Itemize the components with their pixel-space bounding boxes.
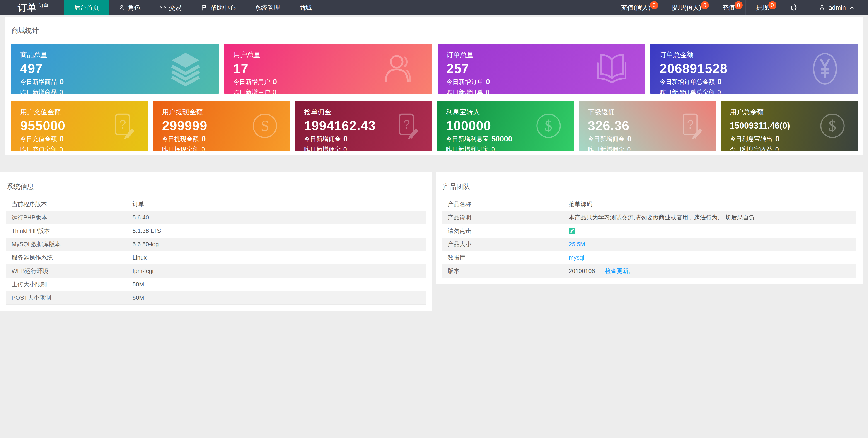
action-recharge[interactable]: 充值 0	[712, 0, 745, 16]
stat-line-label: 昨日充值金额	[20, 145, 57, 151]
rocket-icon[interactable]	[569, 228, 575, 234]
brand-title: 订单	[18, 2, 37, 14]
nav-tab-help[interactable]: 帮助中心	[191, 0, 245, 16]
row-label: 产品大小	[442, 240, 569, 248]
stat-card-users-total: 用户总量 17 今日新增用户0 昨日新增用户0	[224, 43, 432, 94]
action-withdraw-fake[interactable]: 提现(假人) 0	[661, 0, 712, 16]
stat-line-label: 昨日新增佣金	[304, 145, 341, 151]
svg-text:?: ?	[687, 117, 694, 131]
person-icon	[118, 4, 125, 11]
scales-icon	[159, 4, 166, 11]
stat-yesterday-line: 昨日新增佣金0	[304, 145, 432, 151]
row-value: 5.1.38 LTS	[132, 227, 161, 234]
dollar-circle-icon: $	[818, 112, 846, 140]
stat-line-label: 昨日新增用户	[234, 88, 270, 94]
panel-title: 产品团队	[436, 172, 863, 197]
flag-icon	[201, 4, 208, 11]
system-info-panel: 系统信息 当前程序版本订单 运行PHP版本5.6.40 ThinkPHP版本5.…	[0, 172, 432, 311]
nav-tab-mall[interactable]: 商城	[289, 0, 321, 16]
table-row: MySQL数据库版本5.6.50-log	[6, 238, 426, 251]
nav-tab-system[interactable]: 系统管理	[245, 0, 289, 16]
row-label: WEB运行环境	[6, 267, 132, 275]
stat-line-label: 昨日新增订单	[446, 88, 483, 94]
stat-line-label: 今日新增利息宝	[446, 135, 489, 143]
refresh-button[interactable]	[779, 0, 808, 16]
layers-icon	[168, 52, 203, 86]
table-row: 当前程序版本订单	[6, 198, 426, 211]
row-label: 上传大小限制	[6, 281, 132, 288]
stat-card-commission: 抢单佣金 1994162.43 今日新增佣金0 昨日新增佣金0 ?	[295, 101, 432, 151]
row-label: 数据库	[442, 254, 569, 262]
database-link[interactable]: mysql	[569, 254, 584, 261]
refresh-icon	[790, 4, 798, 11]
table-row: 服务器操作系统Linux	[6, 251, 426, 264]
stat-line-label: 昨日新增佣金	[588, 145, 624, 151]
stat-yesterday-line: 昨日充值金额0	[20, 145, 148, 151]
stat-line-value: 0	[486, 89, 489, 94]
stat-card-user-balance: 用户总余额 15009311.46(0) 今日利息宝转出0 今日利息宝收益0 $	[721, 101, 858, 151]
stat-line-value: 0	[202, 135, 206, 143]
nav-tab-roles[interactable]: 角色	[109, 0, 150, 16]
stat-line-label: 今日新增商品	[20, 78, 57, 86]
stats-row-2: 用户充值金额 955000 今日充值金额0 昨日充值金额0 ? 用户提现金额 2…	[11, 101, 858, 151]
row-label: 服务器操作系统	[6, 254, 132, 262]
nav-tab-home[interactable]: 后台首页	[64, 0, 109, 16]
badge-count: 0	[768, 1, 776, 9]
dollar-circle-icon: $	[535, 112, 562, 140]
yen-circle-icon	[808, 52, 842, 86]
stat-line-value: 0	[60, 89, 63, 94]
stat-card-withdraw: 用户提现金额 299999 今日提现金额0 昨日提现金额0 $	[153, 101, 290, 151]
book-icon	[594, 52, 629, 86]
system-info-table: 当前程序版本订单 运行PHP版本5.6.40 ThinkPHP版本5.1.38 …	[6, 197, 426, 305]
stat-line-value: 0	[627, 135, 631, 143]
stats-row-1: 商品总量 497 今日新增商品0 昨日新增商品0 用户总量 17 今日新增用户0…	[11, 43, 858, 94]
nav-tab-label: 交易	[169, 3, 182, 12]
table-row: ThinkPHP版本5.1.38 LTS	[6, 224, 426, 238]
stat-line-value: 0	[60, 78, 64, 86]
row-label: 产品名称	[442, 200, 569, 208]
stat-yesterday-line: 昨日新增商品0	[20, 88, 219, 94]
stat-line-value: 0	[60, 146, 63, 151]
svg-text:$: $	[261, 117, 269, 134]
table-row: 数据库mysql	[442, 251, 856, 264]
stat-line-label: 今日新增用户	[234, 78, 270, 86]
nav-tab-label: 系统管理	[255, 3, 280, 12]
doc-edit-icon: ?	[677, 112, 705, 140]
check-update-link[interactable]: 检查更新;	[605, 267, 630, 275]
person-icon	[818, 4, 826, 11]
stat-yesterday-line: 昨日新增订单总金额0	[659, 88, 858, 94]
action-recharge-fake[interactable]: 充值(假人) 0	[610, 0, 661, 16]
stat-line-label: 今日利息宝转出	[730, 135, 773, 143]
action-withdraw[interactable]: 提现 0	[745, 0, 779, 16]
stat-card-recharge: 用户充值金额 955000 今日充值金额0 昨日充值金额0 ?	[11, 101, 148, 151]
stat-yesterday-line: 昨日新增用户0	[234, 88, 432, 94]
person-icon	[381, 52, 416, 86]
stat-line-label: 今日新增佣金	[304, 135, 341, 143]
stat-line-label: 今日新增佣金	[588, 135, 624, 143]
table-row: 版本 20100106 检查更新;	[442, 264, 856, 278]
table-row: 产品说明本产品只为学习测试交流,请勿要做商业或者用于违法行为,一切后果自负	[442, 211, 856, 224]
stat-line-value: 0	[273, 89, 276, 94]
row-label: 版本	[442, 267, 569, 275]
user-menu[interactable]: admin	[808, 0, 868, 16]
table-row: WEB运行环境fpm-fcgi	[6, 264, 426, 278]
nav-tab-trade[interactable]: 交易	[150, 0, 191, 16]
nav-tab-label: 帮助中心	[210, 3, 236, 12]
stat-line-value: 0	[273, 78, 277, 86]
row-value: fpm-fcgi	[132, 267, 153, 274]
row-label: 当前程序版本	[6, 200, 132, 208]
row-label: 请勿点击	[442, 227, 569, 235]
svg-text:?: ?	[119, 117, 126, 131]
stat-line-label: 今日新增订单	[446, 78, 483, 86]
panel-title: 商城统计	[4, 17, 864, 35]
stat-line-value: 0	[343, 135, 347, 143]
table-row: POST大小限制50M	[6, 291, 426, 304]
stat-card-orders-total: 订单总量 257 今日新增订单0 昨日新增订单0	[437, 43, 645, 94]
stat-line-value: 0	[60, 135, 64, 143]
stat-line-value: 0	[202, 146, 205, 151]
row-label: MySQL数据库版本	[6, 240, 132, 248]
mall-stats-panel: 商城统计 商品总量 497 今日新增商品0 昨日新增商品0 用户总量 17 今日…	[4, 17, 864, 155]
stat-yesterday-line: 昨日提现金额0	[162, 145, 290, 151]
product-size-link[interactable]: 25.5M	[569, 241, 585, 248]
nav-tab-label: 后台首页	[74, 3, 99, 12]
